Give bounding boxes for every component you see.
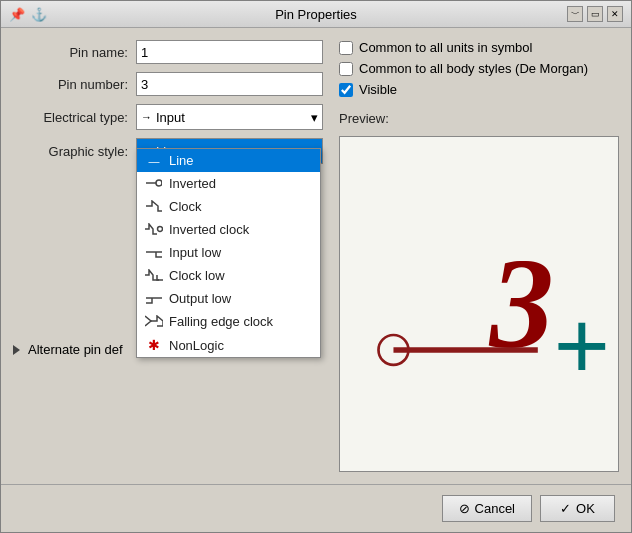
left-panel: Pin name: Pin number: Electrical type: →… xyxy=(13,40,323,472)
preview-box: 3 + xyxy=(339,136,619,472)
nonlogic-icon: ✱ xyxy=(145,337,163,353)
pin-number-input[interactable] xyxy=(136,72,323,96)
electrical-type-arrow-icon: → xyxy=(141,111,152,123)
expand-triangle-icon xyxy=(13,345,20,355)
electrical-type-label: Electrical type: xyxy=(13,110,128,125)
line-icon: — xyxy=(145,155,163,167)
svg-text:3: 3 xyxy=(489,233,554,375)
graphic-style-label: Graphic style: xyxy=(13,144,128,159)
svg-point-2 xyxy=(158,226,163,231)
dropdown-item-inverted-label: Inverted xyxy=(169,176,216,191)
dropdown-item-output-low-label: Output low xyxy=(169,291,231,306)
dropdown-item-output-low[interactable]: Output low xyxy=(137,287,320,310)
clock-icon xyxy=(145,200,163,214)
dropdown-item-falling-edge-clock-label: Falling edge clock xyxy=(169,314,273,329)
cancel-label: Cancel xyxy=(475,501,515,516)
common-units-row: Common to all units in symbol xyxy=(339,40,619,55)
pin-name-input[interactable] xyxy=(136,40,323,64)
checkboxes-section: Common to all units in symbol Common to … xyxy=(339,40,619,97)
inverted-clock-icon xyxy=(145,223,163,237)
electrical-type-wrapper: → Input ▾ xyxy=(136,104,323,130)
visible-checkbox[interactable] xyxy=(339,83,353,97)
dropdown-item-nonlogic-label: NonLogic xyxy=(169,338,224,353)
pin-number-label: Pin number: xyxy=(13,77,128,92)
preview-svg: 3 + xyxy=(340,137,618,471)
dropdown-item-inverted-clock[interactable]: Inverted clock xyxy=(137,218,320,241)
dropdown-item-clock-low-label: Clock low xyxy=(169,268,225,283)
titlebar-controls: ﹀ ▭ ✕ xyxy=(567,6,623,22)
graphic-style-dropdown: — Line Inverted Clock xyxy=(136,148,321,358)
ok-label: OK xyxy=(576,501,595,516)
output-low-icon xyxy=(145,292,163,306)
svg-text:+: + xyxy=(554,292,610,399)
dialog-content: Pin name: Pin number: Electrical type: →… xyxy=(1,28,631,484)
common-units-label: Common to all units in symbol xyxy=(359,40,532,55)
electrical-type-chevron-icon: ▾ xyxy=(311,110,318,125)
visible-label: Visible xyxy=(359,82,397,97)
dropdown-item-clock[interactable]: Clock xyxy=(137,195,320,218)
pin-icon: 📌 xyxy=(9,7,25,22)
anchor-icon: ⚓ xyxy=(31,7,47,22)
common-units-checkbox[interactable] xyxy=(339,41,353,55)
electrical-type-select[interactable]: → Input ▾ xyxy=(136,104,323,130)
common-body-checkbox[interactable] xyxy=(339,62,353,76)
dropdown-item-line[interactable]: — Line xyxy=(137,149,320,172)
inverted-icon xyxy=(145,177,163,191)
window-title: Pin Properties xyxy=(275,7,357,22)
dropdown-item-line-label: Line xyxy=(169,153,194,168)
maximize-button[interactable]: ▭ xyxy=(587,6,603,22)
electrical-type-row: Electrical type: → Input ▾ xyxy=(13,104,323,130)
titlebar-left: 📌 ⚓ xyxy=(9,7,47,22)
clock-low-icon xyxy=(145,269,163,283)
cancel-button[interactable]: ⊘ Cancel xyxy=(442,495,532,522)
visible-row: Visible xyxy=(339,82,619,97)
dropdown-item-falling-edge-clock[interactable]: Falling edge clock xyxy=(137,310,320,333)
alternate-pin-label: Alternate pin def xyxy=(28,342,123,357)
input-low-icon xyxy=(145,246,163,260)
preview-label: Preview: xyxy=(339,111,619,126)
dropdown-item-clock-low[interactable]: Clock low xyxy=(137,264,320,287)
cancel-icon: ⊘ xyxy=(459,501,470,516)
electrical-type-value: Input xyxy=(156,110,185,125)
dropdown-item-input-low[interactable]: Input low xyxy=(137,241,320,264)
right-panel: Common to all units in symbol Common to … xyxy=(339,40,619,472)
falling-edge-clock-icon xyxy=(145,315,163,329)
ok-button[interactable]: ✓ OK xyxy=(540,495,615,522)
pin-properties-dialog: 📌 ⚓ Pin Properties ﹀ ▭ ✕ Pin name: Pin n… xyxy=(0,0,632,533)
close-button[interactable]: ✕ xyxy=(607,6,623,22)
svg-point-0 xyxy=(156,180,162,186)
pin-number-row: Pin number: xyxy=(13,72,323,96)
dropdown-item-inverted[interactable]: Inverted xyxy=(137,172,320,195)
dropdown-item-inverted-clock-label: Inverted clock xyxy=(169,222,249,237)
dropdown-item-clock-label: Clock xyxy=(169,199,202,214)
titlebar: 📌 ⚓ Pin Properties ﹀ ▭ ✕ xyxy=(1,1,631,28)
common-body-label: Common to all body styles (De Morgan) xyxy=(359,61,588,76)
dropdown-item-nonlogic[interactable]: ✱ NonLogic xyxy=(137,333,320,357)
dialog-footer: ⊘ Cancel ✓ OK xyxy=(1,484,631,532)
dropdown-item-input-low-label: Input low xyxy=(169,245,221,260)
pin-name-label: Pin name: xyxy=(13,45,128,60)
common-body-row: Common to all body styles (De Morgan) xyxy=(339,61,619,76)
ok-icon: ✓ xyxy=(560,501,571,516)
minimize-button[interactable]: ﹀ xyxy=(567,6,583,22)
pin-name-row: Pin name: xyxy=(13,40,323,64)
